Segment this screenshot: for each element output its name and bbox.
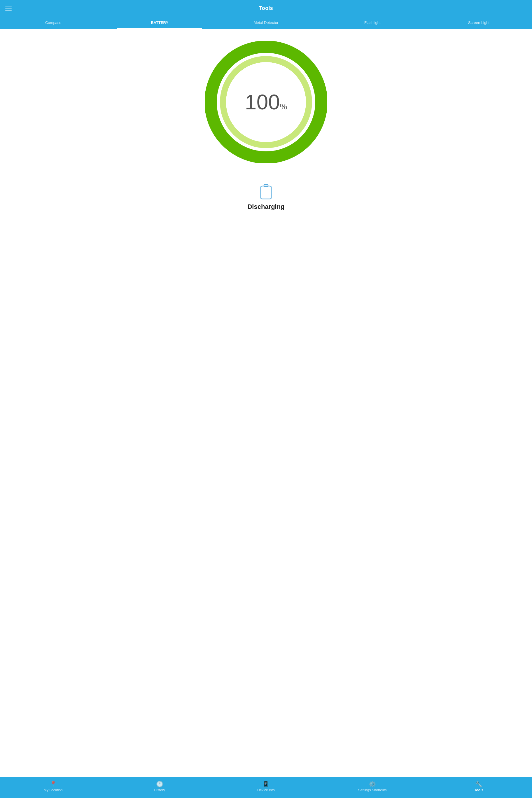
menu-button[interactable] — [5, 6, 12, 11]
battery-status-label: Discharging — [247, 203, 284, 211]
tab-battery[interactable]: BATTERY — [107, 16, 213, 29]
tools-icon: 🔧 — [475, 781, 482, 787]
app-header: Tools — [0, 0, 532, 16]
bottom-nav-tools[interactable]: 🔧 Tools — [425, 780, 532, 793]
tab-compass[interactable]: Compass — [0, 16, 107, 29]
bottom-nav-my-location[interactable]: 📍 My Location — [0, 780, 107, 793]
tab-metal-detector[interactable]: Metal Detector — [213, 16, 319, 29]
battery-unit: % — [280, 102, 287, 111]
svg-rect-4 — [261, 186, 271, 199]
bottom-nav-history[interactable]: 🕐 History — [107, 780, 213, 793]
bottom-nav-settings-shortcuts[interactable]: ⚙️ Settings Shortcuts — [319, 780, 425, 793]
svg-rect-5 — [264, 185, 268, 187]
my-location-icon: 📍 — [50, 781, 57, 787]
battery-number: 100 — [245, 90, 280, 114]
bottom-nav-device-info[interactable]: 📱 Device Info — [213, 780, 319, 793]
history-icon: 🕐 — [156, 781, 163, 787]
battery-ring: 100% — [205, 41, 327, 163]
header-title: Tools — [259, 5, 273, 12]
tab-screen-light[interactable]: Screen Light — [425, 16, 532, 29]
main-content: 100% Discharging — [0, 29, 532, 777]
settings-shortcuts-icon: ⚙️ — [369, 781, 376, 787]
bottom-nav-bar: 📍 My Location 🕐 History 📱 Device Info ⚙️… — [0, 777, 532, 798]
tab-bar: Compass BATTERY Metal Detector Flashligh… — [0, 16, 532, 29]
battery-status-section: Discharging — [247, 184, 284, 211]
device-info-icon: 📱 — [262, 781, 269, 787]
battery-status-icon — [260, 184, 272, 200]
tab-flashlight[interactable]: Flashlight — [319, 16, 425, 29]
battery-percentage-display: 100% — [245, 92, 287, 113]
